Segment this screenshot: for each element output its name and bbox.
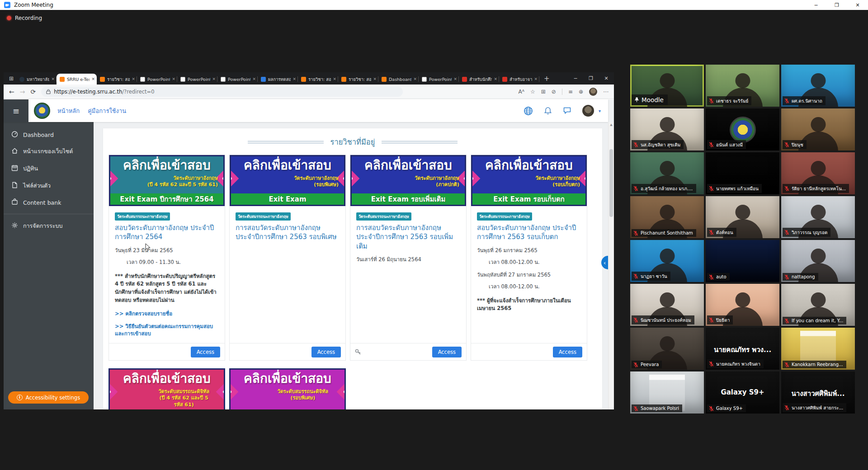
participant-tile[interactable]: Moodle: [630, 65, 704, 107]
university-logo[interactable]: [34, 103, 50, 119]
window-close-button[interactable]: ✕: [847, 0, 868, 10]
course-title-link[interactable]: การสอบวัดระดับภาษาอังกฤษ ประจำปีการศึกษา…: [236, 223, 340, 242]
tab-close-icon[interactable]: ✕: [494, 77, 497, 81]
participant-tile[interactable]: ปิยนุช: [781, 108, 855, 150]
participant-tile[interactable]: ปิยธิดา: [706, 284, 779, 326]
sidebar-item-file[interactable]: ไฟล์ส่วนตัว: [4, 177, 94, 194]
language-globe-icon[interactable]: [524, 106, 533, 116]
course-title-link[interactable]: สอบวัดระดับภาษาอังกฤษ ประจำปีการศึกษา 25…: [477, 223, 581, 242]
nav-link-home[interactable]: หน้าหลัก: [57, 106, 80, 116]
tab-close-icon[interactable]: ✕: [453, 77, 457, 81]
tab-close-icon[interactable]: ✕: [172, 77, 175, 81]
access-button[interactable]: Access: [311, 347, 341, 357]
block-drawer-toggle[interactable]: ‹: [601, 256, 608, 269]
course-link[interactable]: >> คลิกตรวจสอบรายชื่อ: [115, 310, 219, 317]
tab-close-icon[interactable]: ✕: [132, 77, 135, 81]
participant-tile[interactable]: นางสาวศศิพิมพ์... นางสาวศศิพิมพ์ สายกระ.…: [781, 371, 855, 414]
participant-tile[interactable]: Saowapark Polsri: [630, 371, 704, 414]
participant-tile[interactable]: auto: [706, 240, 779, 282]
participant-tile[interactable]: Kanokkarn Reebrang...: [781, 328, 855, 370]
browser-tab[interactable]: รายวิชา: สอ ✕: [97, 74, 137, 85]
page-scrollbar[interactable]: ▲: [608, 122, 614, 409]
course-title-link[interactable]: การสอบวัดระดับภาษาอังกฤษ ประจำปีการศึกษา…: [356, 223, 460, 251]
refresh-icon[interactable]: ⟳: [30, 88, 36, 95]
browser-tab[interactable]: รายวิชา: สอ ✕: [298, 74, 338, 85]
collections-icon[interactable]: ⊕: [579, 89, 583, 95]
browser-close-button[interactable]: ✕: [599, 75, 614, 81]
participant-tile[interactable]: ตังค์ทอน: [706, 196, 779, 238]
participant-tile[interactable]: นายคณภัทร พวง... นายคณภัทร พวงจินดา: [706, 328, 779, 370]
sidebar-item-gear[interactable]: การจัดการระบบ: [4, 217, 94, 235]
participant-tile[interactable]: Galaxy S9+ Galaxy S9+: [706, 371, 779, 414]
browser-tab[interactable]: Dashboard ✕: [378, 74, 419, 85]
browser-tab[interactable]: SRRU e-Tes ✕: [57, 74, 97, 85]
new-tab-button[interactable]: +: [544, 75, 550, 83]
tab-close-icon[interactable]: ✕: [413, 77, 417, 81]
browser-tab[interactable]: ผลการทดสอ ✕: [258, 74, 298, 85]
participant-tile[interactable]: รัติยา ธานีหลักสูตรเทคโน...: [781, 152, 855, 194]
browser-tab[interactable]: มหาวิทยาลัยรา ✕: [16, 74, 57, 85]
tab-search-icon[interactable]: ⊞: [541, 89, 546, 95]
participant-tile[interactable]: นิฌชวนันทน์ ประยงค์หอม: [630, 284, 704, 326]
messages-chat-icon[interactable]: [563, 107, 571, 115]
tab-overview-icon[interactable]: ⊞: [6, 74, 16, 84]
participant-tile[interactable]: If you can dream it, Y...: [781, 284, 855, 326]
read-aloud-icon[interactable]: Aᴬ: [519, 89, 524, 95]
nav-link-manual[interactable]: คู่มือการใช้งาน: [88, 106, 126, 116]
scrollbar-up-arrow-icon[interactable]: ▲: [609, 122, 614, 128]
browser-profile-avatar[interactable]: [589, 88, 597, 96]
extensions-icon[interactable]: ⊘: [552, 89, 556, 95]
accessibility-settings-button[interactable]: i Accessibility settings: [8, 391, 89, 404]
sidebar-item-dashboard[interactable]: Dashboard: [4, 127, 94, 143]
user-avatar[interactable]: [582, 105, 594, 117]
access-button[interactable]: Access: [191, 347, 220, 357]
course-banner[interactable]: คลิกเพื่อเข้าสอบ วัดระดับภาษาอังกฤษ(รอบเ…: [471, 155, 587, 206]
back-icon[interactable]: ←: [9, 88, 14, 95]
tab-close-icon[interactable]: ✕: [534, 77, 538, 81]
tab-close-icon[interactable]: ✕: [91, 77, 95, 81]
participant-tile[interactable]: อนันต์ แสวงมี: [706, 108, 779, 150]
browser-tab[interactable]: PowerPoint ✕: [419, 74, 459, 85]
participant-tile[interactable]: เดชาธร จะริรัมย์: [706, 65, 779, 107]
tab-close-icon[interactable]: ✕: [252, 77, 256, 81]
tab-close-icon[interactable]: ✕: [333, 77, 336, 81]
participant-tile[interactable]: nattapong: [781, 240, 855, 282]
browser-tab[interactable]: สำหรับนักศึก ✕: [459, 74, 499, 85]
participant-tile[interactable]: นายทศพร แก้วเหมือน: [706, 152, 779, 194]
user-menu-caret-icon[interactable]: ▾: [599, 108, 601, 113]
tab-close-icon[interactable]: ✕: [212, 77, 216, 81]
browser-tab[interactable]: PowerPoint ✕: [177, 74, 217, 85]
hamburger-menu-icon[interactable]: ≡: [4, 99, 28, 122]
sidebar-item-calendar[interactable]: ปฏิทิน: [4, 160, 94, 177]
course-banner[interactable]: คลิกเพื่อเข้าสอบ วัดระดับภาษาอังกฤษ(รอบพ…: [230, 155, 345, 206]
participant-tile[interactable]: Peevara: [630, 328, 704, 370]
favorite-star-icon[interactable]: ☆: [530, 89, 535, 95]
address-bar[interactable]: https://e-testing.srru.ac.th/?redirect=0: [41, 87, 403, 97]
scrollbar-thumb[interactable]: [609, 149, 613, 217]
browser-tab[interactable]: สำหรับอาจาร ✕: [499, 74, 539, 85]
browser-tab[interactable]: PowerPoint ✕: [217, 74, 258, 85]
browser-minimize-button[interactable]: −: [568, 75, 583, 81]
participant-tile[interactable]: Pischanunt Sonthitham: [630, 196, 704, 238]
course-banner[interactable]: คลิกเพื่อเข้าสอบ วัดระดับภาษาอังกฤษ(ภาคป…: [350, 155, 466, 206]
course-banner[interactable]: คลิกเพื่อเข้าสอบ วัดระดับสมรรถนะดิจิทัล(…: [108, 368, 225, 409]
participant-tile[interactable]: นาฏยา ซาวัน: [630, 240, 704, 282]
favorites-bar-icon[interactable]: ≡: [568, 89, 573, 95]
course-title-link[interactable]: สอบวัดระดับภาษาอังกฤษ ประจำปีการศึกษา 25…: [115, 223, 219, 242]
sidebar-item-bank[interactable]: Content bank: [4, 194, 94, 211]
browser-restore-button[interactable]: ❐: [583, 75, 599, 81]
access-button[interactable]: Access: [553, 347, 582, 357]
tab-close-icon[interactable]: ✕: [373, 77, 377, 81]
window-minimize-button[interactable]: −: [806, 0, 826, 10]
window-maximize-button[interactable]: ❐: [826, 0, 847, 10]
participant-tile[interactable]: วิภาวรรณ บุญรอด: [781, 196, 855, 238]
access-button[interactable]: Access: [432, 347, 462, 357]
participant-tile[interactable]: อ.สุวัฒน์ กล้วยทอง มรภ....: [630, 152, 704, 194]
browser-tab[interactable]: PowerPoint ✕: [137, 74, 177, 85]
sidebar-item-home[interactable]: หน้าแรกของเว็บไซต์: [4, 143, 94, 160]
tab-close-icon[interactable]: ✕: [292, 77, 296, 81]
course-link[interactable]: >> วิธียืนยันตัวตนต่อคณะกรรมการคุมสอบและ…: [115, 323, 219, 337]
course-banner[interactable]: คลิกเพื่อเข้าสอบ วัดระดับภาษาอังกฤษ(ปี 4…: [109, 155, 225, 206]
notifications-bell-icon[interactable]: [544, 107, 552, 115]
participant-tile[interactable]: ผศ.ดร.นิศานาถ: [781, 65, 855, 107]
